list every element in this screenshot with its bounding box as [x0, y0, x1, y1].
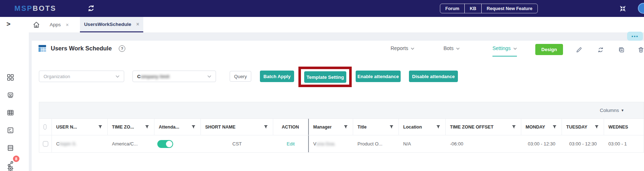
select-all-checkbox[interactable] — [44, 124, 46, 130]
delete-trash-icon[interactable] — [638, 47, 644, 53]
cell-wednesday: 03:00 - 1 — [604, 135, 644, 152]
notification-badge: 8 — [13, 156, 19, 162]
batch-apply-button[interactable]: Batch Apply — [260, 71, 294, 82]
column-header-attendance[interactable]: Attenda... — [154, 119, 201, 135]
column-header-monday[interactable]: MONDAY — [521, 119, 562, 135]
mspbots-logo[interactable]: MSPBOTS — [14, 4, 56, 13]
cell-time-zone: America/C... — [108, 135, 154, 152]
company-value: Company limit — [137, 74, 170, 79]
table-toolbar: Columns ▾ — [39, 102, 644, 119]
column-header-short-name[interactable]: SHORT NAME — [201, 119, 273, 135]
page-title: Users Work Schedule — [51, 45, 112, 52]
row-checkbox[interactable] — [43, 141, 48, 147]
enable-attendance-button[interactable]: Enable attendance — [356, 71, 401, 82]
refresh-icon[interactable] — [598, 47, 604, 53]
query-button[interactable]: Query — [230, 71, 251, 82]
columns-menu-button[interactable]: Columns ▾ — [600, 108, 623, 113]
table-header-row: USER N...TIME ZO...Attenda...SHORT NAMEA… — [39, 119, 644, 135]
bot-icon[interactable] — [7, 91, 14, 99]
organization-placeholder: Organization — [44, 74, 70, 79]
attendance-toggle[interactable] — [157, 140, 173, 148]
kb-button[interactable]: KB — [464, 4, 482, 13]
cell-location: N/A — [399, 135, 446, 152]
sidebar-expand-chevron-icon[interactable]: > — [6, 20, 15, 30]
forum-button[interactable]: Forum — [440, 4, 465, 13]
redacted-text: hopin S. — [59, 141, 77, 147]
cell-short-name: CST — [201, 135, 273, 152]
filter-funnel-icon[interactable] — [389, 125, 393, 129]
home-icon[interactable] — [32, 21, 40, 29]
cell-tuesday: 03:00 - 12:30 — [562, 135, 604, 152]
gear-icon[interactable] — [7, 165, 14, 171]
filter-funnel-icon[interactable] — [553, 125, 557, 129]
left-sidebar: 8 — [0, 32, 29, 171]
design-button[interactable]: Design — [535, 44, 563, 55]
cell-title: Product O... — [353, 135, 399, 152]
column-header-time-zone-offset[interactable]: TIME ZONE OFFSET — [446, 119, 521, 135]
copy-icon[interactable] — [618, 47, 625, 53]
filter-funnel-icon[interactable] — [595, 125, 599, 129]
column-header-tuesday[interactable]: TUESDAY — [562, 119, 604, 135]
table-row: Chopin S.America/C...CSTEditVuna Goa.Pro… — [39, 135, 644, 153]
reports-menu[interactable]: Reports — [391, 45, 414, 56]
navbar-button-group: Forum KB Request New Feature — [440, 4, 538, 13]
caret-down-icon: ▾ — [621, 108, 623, 113]
filter-funnel-icon[interactable] — [192, 125, 195, 129]
disable-attendance-button[interactable]: Disable attendance — [409, 71, 458, 82]
cell-user-name: Chopin S. — [52, 135, 108, 152]
cell-time-zone-offset: -06:00 — [446, 135, 521, 152]
company-select[interactable]: Company limit — [132, 71, 216, 82]
top-navbar: MSPBOTS Forum KB Request New Feature — [0, 0, 644, 17]
cell-monday: 03:00 - 12:30 — [521, 135, 562, 152]
column-header-title[interactable]: Title — [353, 119, 399, 135]
edit-link[interactable]: Edit — [287, 141, 294, 147]
column-header-location[interactable]: Location — [399, 119, 446, 135]
settings-menu[interactable]: Settings — [492, 45, 517, 57]
user-avatar[interactable] — [638, 3, 644, 14]
cell-select — [39, 135, 52, 152]
table-grid-icon[interactable] — [7, 109, 14, 116]
more-options-button[interactable]: ••• — [627, 32, 643, 41]
column-header-time-zone[interactable]: TIME ZO... — [108, 119, 154, 135]
app-table-icon — [38, 44, 46, 53]
column-header-manager[interactable]: Manager — [308, 119, 353, 135]
filter-funnel-icon[interactable] — [264, 125, 268, 129]
column-header-wednesday: WEDNES — [604, 119, 644, 135]
dashboard-icon[interactable] — [7, 127, 14, 134]
template-setting-button[interactable]: Template Setting — [304, 71, 346, 83]
column-header-action: ACTION — [273, 119, 308, 135]
apps-grid-icon[interactable] — [7, 74, 14, 81]
filter-funnel-icon[interactable] — [98, 125, 102, 129]
cell-action: Edit — [273, 135, 308, 152]
help-icon[interactable]: ? — [119, 45, 125, 52]
dataset-list-icon[interactable] — [7, 144, 14, 152]
refresh-icon[interactable] — [87, 5, 95, 12]
cell-attendance — [154, 135, 201, 152]
redacted-text: ompany limit — [140, 74, 169, 79]
cell-manager: Vuna Goa. — [308, 135, 353, 152]
filter-funnel-icon[interactable] — [436, 125, 440, 129]
filter-funnel-icon[interactable] — [344, 125, 348, 129]
filter-funnel-icon[interactable] — [145, 125, 149, 129]
edit-pencil-icon[interactable] — [576, 47, 582, 53]
column-header-select — [39, 119, 52, 135]
redacted-text: una Goa. — [316, 141, 336, 147]
tab-users-work-schedule[interactable]: UsersWorkSchedule × — [80, 17, 143, 32]
filter-funnel-icon[interactable] — [512, 125, 516, 129]
column-header-user-name[interactable]: USER N... — [52, 119, 108, 135]
close-icon[interactable]: × — [66, 22, 69, 28]
close-icon[interactable]: × — [136, 21, 139, 27]
bots-menu[interactable]: Bots — [443, 45, 460, 56]
request-new-feature-button[interactable]: Request New Feature — [481, 4, 538, 13]
organization-select[interactable]: Organization — [39, 71, 124, 82]
schedule-table-panel: Columns ▾ USER N...TIME ZO...Attenda...S… — [39, 102, 644, 153]
fullscreen-collapse-icon[interactable] — [620, 6, 626, 12]
